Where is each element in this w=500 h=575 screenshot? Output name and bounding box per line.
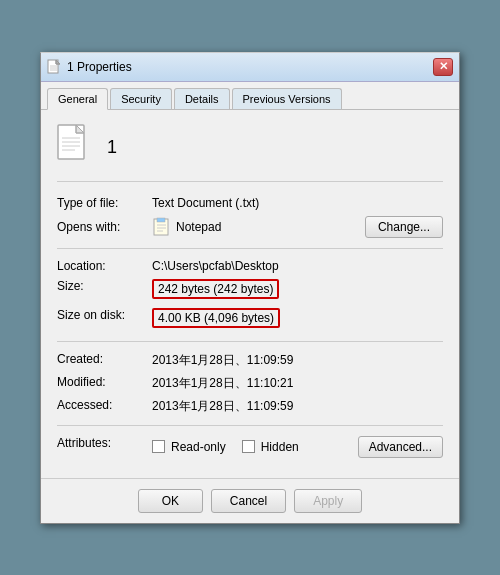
title-bar: 1 Properties ✕ — [41, 53, 459, 82]
tab-details[interactable]: Details — [174, 88, 230, 109]
disk-row: Size on disk: 4.00 KB (4,096 bytes) — [57, 308, 443, 331]
location-row: Location: C:\Users\pcfab\Desktop — [57, 259, 443, 273]
readonly-label: Read-only — [171, 440, 226, 454]
created-label: Created: — [57, 352, 152, 366]
properties-window: 1 Properties ✕ General Security Details … — [40, 52, 460, 524]
file-icon — [57, 124, 93, 171]
footer: OK Cancel Apply — [41, 478, 459, 523]
tab-security[interactable]: Security — [110, 88, 172, 109]
modified-label: Modified: — [57, 375, 152, 389]
location-value: C:\Users\pcfab\Desktop — [152, 259, 443, 273]
close-button[interactable]: ✕ — [433, 58, 453, 76]
file-header: 1 — [57, 124, 443, 182]
attributes-container: Read-only Hidden Advanced... — [152, 436, 443, 458]
size-row: Size: 242 bytes (242 bytes) — [57, 279, 443, 302]
type-value: Text Document (.txt) — [152, 196, 443, 210]
cancel-button[interactable]: Cancel — [211, 489, 286, 513]
size-label: Size: — [57, 279, 152, 293]
tab-bar: General Security Details Previous Versio… — [41, 82, 459, 110]
apply-button[interactable]: Apply — [294, 489, 362, 513]
type-row: Type of file: Text Document (.txt) — [57, 196, 443, 210]
hidden-checkbox[interactable] — [242, 440, 255, 453]
ok-button[interactable]: OK — [138, 489, 203, 513]
file-name: 1 — [107, 137, 117, 158]
location-label: Location: — [57, 259, 152, 273]
separator-2 — [57, 341, 443, 342]
readonly-checkbox[interactable] — [152, 440, 165, 453]
type-label: Type of file: — [57, 196, 152, 210]
tab-general[interactable]: General — [47, 88, 108, 110]
created-value: 2013年1月28日、11:09:59 — [152, 352, 443, 369]
disk-value: 4.00 KB (4,096 bytes) — [152, 308, 280, 328]
separator-1 — [57, 248, 443, 249]
accessed-row: Accessed: 2013年1月28日、11:09:59 — [57, 398, 443, 415]
opens-with-container: Notepad Change... — [152, 216, 443, 238]
change-button[interactable]: Change... — [365, 216, 443, 238]
opens-app: Notepad — [176, 220, 365, 234]
modified-row: Modified: 2013年1月28日、11:10:21 — [57, 375, 443, 392]
opens-with-row: Opens with: Notepad Change... — [57, 216, 443, 238]
modified-value: 2013年1月28日、11:10:21 — [152, 375, 443, 392]
hidden-label: Hidden — [261, 440, 299, 454]
window-icon — [47, 59, 61, 75]
accessed-value: 2013年1月28日、11:09:59 — [152, 398, 443, 415]
tab-previous-versions[interactable]: Previous Versions — [232, 88, 342, 109]
svg-rect-16 — [157, 218, 165, 222]
notepad-icon — [152, 217, 172, 237]
size-value: 242 bytes (242 bytes) — [152, 279, 279, 299]
opens-label: Opens with: — [57, 220, 152, 234]
disk-label: Size on disk: — [57, 308, 152, 322]
title-bar-left: 1 Properties — [47, 59, 132, 75]
separator-3 — [57, 425, 443, 426]
advanced-button[interactable]: Advanced... — [358, 436, 443, 458]
attributes-row: Attributes: Read-only Hidden Advanced... — [57, 436, 443, 458]
tab-content: 1 Type of file: Text Document (.txt) Ope… — [41, 110, 459, 478]
attributes-label: Attributes: — [57, 436, 152, 450]
window-title: 1 Properties — [67, 60, 132, 74]
accessed-label: Accessed: — [57, 398, 152, 412]
created-row: Created: 2013年1月28日、11:09:59 — [57, 352, 443, 369]
